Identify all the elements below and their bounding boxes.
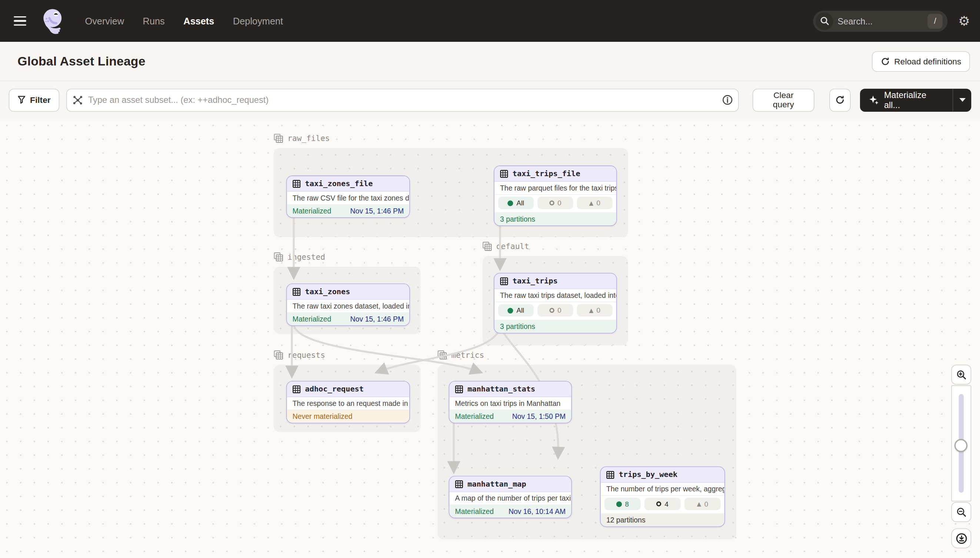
asset-node-taxi_zones_file[interactable]: taxi_zones_file The raw CSV file for the… <box>286 176 410 218</box>
asset-name: adhoc_request <box>305 385 364 394</box>
partition-badges: 8 4 ▲0 <box>601 496 725 514</box>
zoom-out-icon <box>956 507 967 517</box>
overdue-triangle-icon: ▲ <box>697 501 702 507</box>
asset-description: The raw CSV file for the taxi zones dat.… <box>287 192 410 205</box>
failed-badge[interactable]: 4 <box>644 498 681 510</box>
asset-node-taxi_trips_file[interactable]: taxi_trips_file The raw parquet files fo… <box>494 166 617 226</box>
zoom-in-button[interactable] <box>951 365 971 385</box>
asset-name: taxi_trips_file <box>512 169 580 178</box>
info-icon[interactable] <box>722 94 733 108</box>
partition-badges: All 0 ▲0 <box>494 195 616 213</box>
asset-name: taxi_zones <box>305 287 350 296</box>
materialized-badge[interactable]: 8 <box>604 498 641 510</box>
zoom-slider-thumb[interactable] <box>954 439 967 452</box>
partitions-count: 3 partitions <box>494 320 616 333</box>
materialized-badge[interactable]: All <box>498 304 534 317</box>
global-search[interactable]: / <box>813 10 948 31</box>
asset-description: The raw parquet files for the taxi trips… <box>494 182 616 195</box>
zoom-slider-track[interactable] <box>959 394 964 493</box>
group-name: raw_files <box>287 134 329 143</box>
group-name: ingested <box>287 252 325 262</box>
asset-status: Materialized <box>455 508 494 515</box>
download-view-button[interactable] <box>951 528 971 548</box>
asset-description: A map of the number of trips per taxi z.… <box>449 492 571 505</box>
asset-node-taxi_zones[interactable]: taxi_zones The raw taxi zones dataset, l… <box>286 284 410 326</box>
overdue-triangle-icon: ▲ <box>589 200 593 206</box>
asset-name: taxi_trips <box>512 277 558 286</box>
refresh-icon <box>835 95 845 105</box>
group-label-ingested[interactable]: ingested <box>274 252 325 262</box>
asset-status: Materialized <box>293 315 331 323</box>
asset-name: taxi_zones_file <box>305 179 373 188</box>
failed-ring-icon <box>549 200 555 206</box>
table-icon <box>293 287 301 295</box>
asset-query-field <box>66 89 739 112</box>
settings-gear-icon[interactable]: ⚙ <box>958 15 970 27</box>
asset-status: Materialized <box>293 207 331 215</box>
asset-node-trips_by_week[interactable]: trips_by_week The number of trips per we… <box>600 467 725 527</box>
asset-timestamp[interactable]: Nov 15, 1:46 PM <box>350 207 404 215</box>
failed-ring-icon <box>657 501 662 507</box>
group-label-default[interactable]: default <box>483 241 529 251</box>
partitions-count: 12 partitions <box>601 514 725 527</box>
failed-badge[interactable]: 0 <box>537 197 573 209</box>
nav-link-assets[interactable]: Assets <box>183 16 214 26</box>
asset-node-taxi_trips[interactable]: taxi_trips The raw taxi trips dataset, l… <box>494 273 617 333</box>
partition-badges: All 0 ▲0 <box>494 302 616 320</box>
filter-label: Filter <box>30 95 51 104</box>
filter-funnel-icon <box>17 95 26 104</box>
menu-icon[interactable] <box>14 13 30 29</box>
asset-node-manhattan_stats[interactable]: manhattan_stats Metrics on taxi trips in… <box>449 381 572 423</box>
asset-description: The response to an request made in th... <box>287 397 410 410</box>
reload-definitions-button[interactable]: Reload definitions <box>872 51 970 72</box>
clear-query-button[interactable]: Clear query <box>753 89 814 112</box>
group-stack-icon <box>483 241 492 251</box>
group-stack-icon <box>274 350 283 359</box>
group-label-raw_files[interactable]: raw_files <box>274 134 329 143</box>
lineage-canvas[interactable]: raw_files ingested default requests metr… <box>0 119 980 558</box>
overdue-badge[interactable]: ▲0 <box>577 197 613 209</box>
asset-timestamp[interactable]: Nov 15, 1:46 PM <box>350 315 404 323</box>
overdue-triangle-icon: ▲ <box>589 307 593 313</box>
group-stack-icon <box>274 252 283 262</box>
asset-description: The raw taxi trips dataset, loaded into … <box>494 289 616 302</box>
nav-link-overview[interactable]: Overview <box>85 16 124 26</box>
table-icon <box>455 385 463 393</box>
nav-link-runs[interactable]: Runs <box>143 16 165 26</box>
overdue-badge[interactable]: ▲0 <box>577 304 613 317</box>
filter-button[interactable]: Filter <box>9 89 59 112</box>
group-label-metrics[interactable]: metrics <box>437 350 484 359</box>
asset-query-input[interactable] <box>66 89 739 112</box>
dagster-logo-icon[interactable] <box>39 5 68 36</box>
search-shortcut-key: / <box>928 13 943 28</box>
page-header: Global Asset Lineage Reload definitions <box>0 42 980 81</box>
asset-timestamp[interactable]: Nov 16, 10:14 AM <box>509 508 565 515</box>
materialized-badge[interactable]: All <box>498 197 534 209</box>
group-stack-icon <box>274 134 283 143</box>
materialize-all-button[interactable]: Materialize all... <box>860 89 971 112</box>
nav-link-deployment[interactable]: Deployment <box>233 16 283 26</box>
reload-definitions-label: Reload definitions <box>894 57 961 66</box>
asset-name: trips_by_week <box>619 470 677 479</box>
asset-node-manhattan_map[interactable]: manhattan_map A map of the number of tri… <box>449 476 572 519</box>
nav-links: Overview Runs Assets Deployment <box>85 16 283 26</box>
failed-badge[interactable]: 0 <box>537 304 573 317</box>
group-stack-icon <box>437 350 447 359</box>
zoom-slider[interactable] <box>951 385 971 501</box>
search-input[interactable] <box>838 16 928 26</box>
asset-node-adhoc_request[interactable]: adhoc_request The response to an request… <box>286 381 410 423</box>
failed-ring-icon <box>549 308 555 313</box>
partitions-count: 3 partitions <box>494 213 616 225</box>
zoom-out-button[interactable] <box>951 502 971 522</box>
caret-down-icon <box>959 98 965 102</box>
table-icon <box>606 471 614 479</box>
asset-timestamp[interactable]: Nov 15, 1:50 PM <box>512 413 566 420</box>
success-dot-icon <box>508 307 513 313</box>
group-label-requests[interactable]: requests <box>274 350 325 359</box>
materialize-dropdown-toggle[interactable] <box>953 89 971 112</box>
refresh-graph-button[interactable] <box>829 89 850 112</box>
overdue-badge[interactable]: ▲0 <box>684 498 721 510</box>
table-icon <box>293 179 301 188</box>
zoom-in-icon <box>956 369 967 380</box>
search-icon <box>815 12 833 30</box>
